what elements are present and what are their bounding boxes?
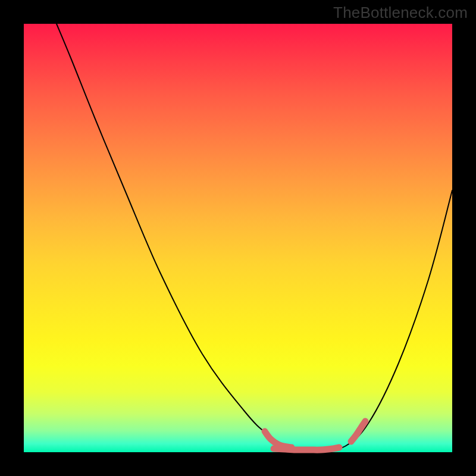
accent-segment-left [265, 431, 292, 447]
accent-segment-bottom [274, 447, 339, 450]
bottleneck-curve [57, 24, 452, 450]
curve-svg [24, 24, 452, 452]
plot-area [24, 24, 452, 452]
watermark-text: TheBottleneck.com [333, 4, 468, 22]
chart-frame: TheBottleneck.com [0, 0, 476, 476]
